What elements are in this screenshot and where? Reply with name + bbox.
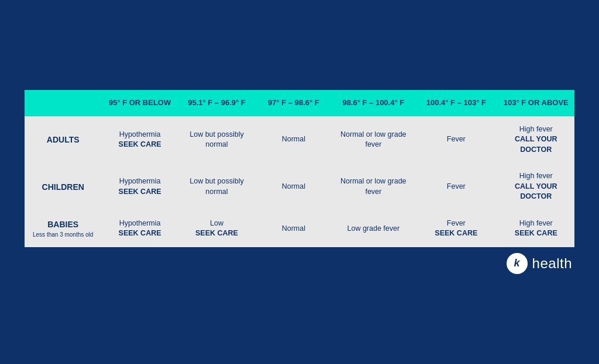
- data-cell-r0-c0: HypothermiaSEEK CARE: [101, 116, 178, 164]
- header-cell-col5: 100.4° F – 103° F: [415, 90, 498, 116]
- data-cell-r1-c4: Fever: [415, 163, 498, 210]
- data-cell-r1-c3: Normal or low grade fever: [332, 163, 415, 210]
- data-cell-r0-c5: High feverCALL YOUR DOCTOR: [498, 116, 574, 164]
- header-row: 95° F OR BELOW 95.1° F – 96.9° F 97° F –…: [25, 90, 574, 116]
- header-cell-empty: [25, 90, 101, 116]
- data-cell-r2-c2: Normal: [255, 210, 332, 247]
- header-cell-col2: 95.1° F – 96.9° F: [178, 90, 255, 116]
- row-label-1: CHILDREN: [25, 163, 101, 210]
- row-label-2: BABIESLess than 3 months old: [25, 210, 101, 247]
- table-row: ADULTSHypothermiaSEEK CARELow but possib…: [25, 116, 574, 164]
- header-cell-col1: 95° F OR BELOW: [101, 90, 178, 116]
- table-row: CHILDRENHypothermiaSEEK CARELow but poss…: [25, 163, 574, 210]
- logo-text: health: [532, 255, 572, 272]
- data-cell-r0-c1: Low but possibly normal: [178, 116, 255, 164]
- data-cell-r0-c2: Normal: [255, 116, 332, 164]
- data-cell-r1-c0: HypothermiaSEEK CARE: [101, 163, 178, 210]
- header-cell-col3: 97° F – 98.6° F: [255, 90, 332, 116]
- data-cell-r1-c2: Normal: [255, 163, 332, 210]
- data-cell-r2-c5: High feverSEEK CARE: [498, 210, 574, 247]
- k-health-icon: k: [507, 253, 528, 274]
- data-cell-r1-c1: Low but possibly normal: [178, 163, 255, 210]
- data-cell-r2-c4: FeverSEEK CARE: [415, 210, 498, 247]
- header-cell-col6: 103° F OR ABOVE: [498, 90, 574, 116]
- data-cell-r0-c3: Normal or low grade fever: [332, 116, 415, 164]
- temperature-table: 95° F OR BELOW 95.1° F – 96.9° F 97° F –…: [25, 90, 574, 247]
- logo-letter: k: [514, 257, 520, 269]
- data-cell-r2-c0: HypothermiaSEEK CARE: [101, 210, 178, 247]
- logo-area: k health: [25, 247, 574, 274]
- data-cell-r2-c1: LowSEEK CARE: [178, 210, 255, 247]
- data-cell-r1-c5: High feverCALL YOUR DOCTOR: [498, 163, 574, 210]
- main-container: 95° F OR BELOW 95.1° F – 96.9° F 97° F –…: [25, 90, 574, 274]
- data-cell-r2-c3: Low grade fever: [332, 210, 415, 247]
- data-cell-r0-c4: Fever: [415, 116, 498, 164]
- table-row: BABIESLess than 3 months oldHypothermiaS…: [25, 210, 574, 247]
- row-label-0: ADULTS: [25, 116, 101, 164]
- header-cell-col4: 98.6° F – 100.4° F: [332, 90, 415, 116]
